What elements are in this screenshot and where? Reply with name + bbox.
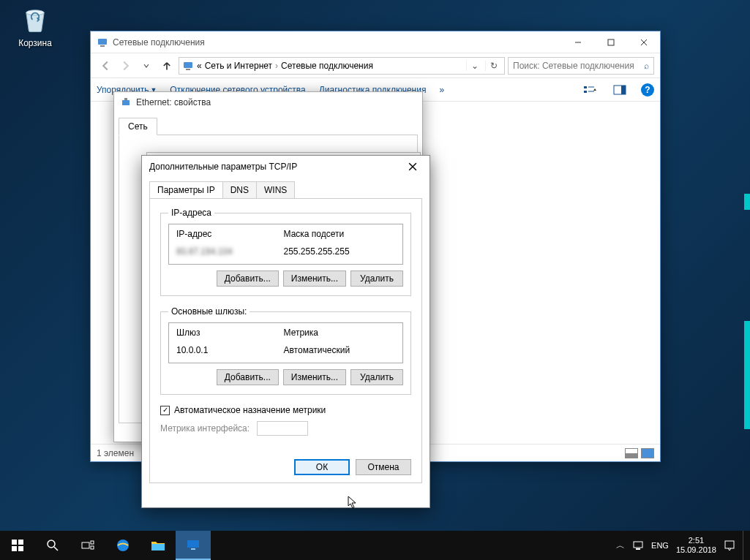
nav-recent-button[interactable] [138, 57, 155, 75]
tray-overflow-button[interactable]: ︿ [616, 540, 625, 552]
col-subnet-mask: Маска подсети [284, 229, 395, 239]
language-indicator[interactable]: ENG [651, 541, 669, 550]
taskbar-app-network-settings[interactable] [176, 531, 211, 560]
search-input[interactable]: Поиск: Сетевые подключения ⌕ [508, 57, 654, 75]
svg-rect-9 [584, 86, 587, 88]
taskbar-app-ie[interactable] [105, 531, 140, 560]
auto-metric-label: Автоматическое назначение метрики [174, 405, 326, 415]
svg-rect-1 [98, 39, 107, 45]
ethernet-properties-titlebar[interactable]: Ethernet: свойства [114, 92, 422, 113]
explorer-navrow: « Сеть и Интернет › Сетевые подключения … [91, 53, 660, 78]
subnet-mask-value: 255.255.255.255 [284, 246, 395, 257]
col-ip-address: IP-адрес [176, 229, 284, 239]
ip-addresses-group: IP-адреса IP-адрес Маска подсети 80.87.1… [160, 208, 411, 296]
tcpip-titlebar[interactable]: Дополнительные параметры TCP/IP [142, 156, 430, 178]
ip-addresses-legend: IP-адреса [168, 208, 214, 218]
task-view-icon [81, 540, 94, 550]
status-text: 1 элемен [97, 448, 134, 458]
ethernet-icon [120, 97, 132, 108]
start-button[interactable] [0, 531, 35, 560]
accent-bar [744, 321, 750, 429]
network-tray-icon[interactable] [632, 540, 644, 551]
svg-rect-16 [124, 98, 127, 100]
gw-add-button[interactable]: Добавить... [217, 369, 279, 385]
gateway-metric-value: Автоматический [284, 345, 395, 355]
search-placeholder: Поиск: Сетевые подключения [513, 61, 634, 71]
network-connections-icon [182, 60, 194, 72]
ie-icon [115, 537, 131, 553]
clock-time: 2:51 [676, 536, 716, 545]
svg-rect-19 [12, 540, 17, 545]
close-button[interactable] [627, 31, 660, 53]
show-desktop-button[interactable] [743, 531, 746, 560]
gateways-list[interactable]: Шлюз Метрика 10.0.0.1 Автоматический [168, 322, 403, 363]
address-dropdown-button[interactable]: ⌄ [466, 61, 482, 71]
help-button[interactable]: ? [641, 83, 654, 97]
ip-address-row[interactable]: 80.87.194.104 255.255.255.255 [169, 243, 402, 264]
tab-wins[interactable]: WINS [256, 181, 295, 199]
svg-rect-10 [584, 91, 587, 93]
task-view-button[interactable] [70, 531, 105, 560]
svg-rect-34 [725, 541, 734, 548]
explorer-titlebar[interactable]: Сетевые подключения [91, 31, 660, 53]
desktop-icon-recycle-bin[interactable]: Корзина [7, 4, 63, 48]
ethernet-properties-title: Ethernet: свойства [136, 97, 211, 107]
tab-dns[interactable]: DNS [222, 181, 257, 199]
gateways-legend: Основные шлюзы: [168, 306, 250, 317]
address-bar[interactable]: « Сеть и Интернет › Сетевые подключения … [179, 57, 505, 75]
tab-network[interactable]: Сеть [119, 118, 157, 135]
nav-up-button[interactable] [158, 57, 176, 75]
svg-line-24 [54, 547, 58, 550]
ip-edit-button[interactable]: Изменить... [283, 270, 346, 287]
col-metric: Метрика [284, 328, 395, 338]
svg-rect-14 [621, 86, 626, 94]
windows-logo-icon [12, 540, 23, 551]
svg-rect-30 [187, 540, 199, 548]
auto-metric-checkbox[interactable]: ✓ Автоматическое назначение метрики [160, 405, 411, 415]
view-mode-buttons[interactable] [625, 448, 654, 458]
recycle-bin-icon [20, 4, 50, 34]
tab-ip-parameters[interactable]: Параметры IP [149, 181, 223, 199]
tcpip-advanced-dialog: Дополнительные параметры TCP/IP Параметр… [141, 155, 430, 508]
tcpip-panel: IP-адреса IP-адрес Маска подсети 80.87.1… [149, 198, 422, 483]
svg-rect-26 [91, 541, 94, 544]
svg-rect-29 [151, 544, 165, 550]
explorer-title: Сетевые подключения [113, 37, 561, 48]
svg-rect-33 [636, 548, 640, 550]
accent-bar [744, 194, 750, 210]
interface-metric-input [257, 421, 308, 436]
taskbar-app-explorer[interactable] [140, 531, 176, 560]
ip-delete-button[interactable]: Удалить [350, 270, 403, 287]
col-gateway: Шлюз [176, 328, 284, 338]
ok-button[interactable]: ОК [294, 459, 350, 475]
network-connections-icon [97, 37, 108, 48]
svg-rect-27 [91, 546, 94, 549]
view-options-button[interactable] [582, 82, 599, 98]
ip-addresses-list[interactable]: IP-адрес Маска подсети 80.87.194.104 255… [168, 224, 403, 265]
search-button[interactable] [35, 531, 70, 560]
breadcrumb-item[interactable]: Сетевые подключения [281, 61, 373, 71]
clock[interactable]: 2:51 15.09.2018 [676, 536, 716, 555]
gw-edit-button[interactable]: Изменить... [283, 369, 346, 385]
preview-pane-button[interactable] [612, 82, 628, 98]
notifications-icon[interactable] [724, 540, 735, 551]
cancel-button[interactable]: Отмена [356, 459, 411, 475]
svg-rect-15 [122, 100, 130, 105]
toolbar-overflow-button[interactable]: » [439, 85, 444, 95]
minimize-button[interactable] [561, 31, 594, 53]
maximize-button[interactable] [594, 31, 627, 53]
ip-add-button[interactable]: Добавить... [217, 270, 279, 287]
refresh-button[interactable]: ↻ [485, 61, 501, 71]
gw-delete-button[interactable]: Удалить [350, 369, 403, 385]
search-icon: ⌕ [644, 61, 649, 71]
search-icon [46, 539, 59, 552]
svg-rect-7 [184, 62, 192, 68]
gateway-row[interactable]: 10.0.0.1 Автоматический [169, 342, 402, 363]
nav-forward-button[interactable] [117, 57, 135, 75]
breadcrumb-item[interactable]: Сеть и Интернет [205, 61, 272, 71]
breadcrumb-prefix: « [197, 61, 202, 71]
close-button[interactable] [403, 157, 422, 176]
svg-rect-25 [82, 542, 89, 548]
nav-back-button[interactable] [97, 57, 114, 75]
tcpip-title: Дополнительные параметры TCP/IP [149, 162, 297, 172]
